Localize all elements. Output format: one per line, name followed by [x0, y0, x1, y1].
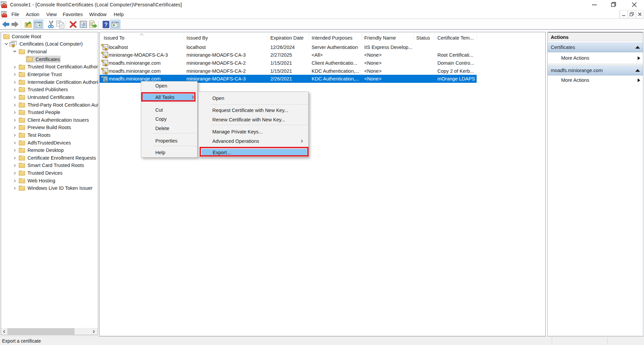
svg-text:?: ?	[104, 22, 108, 27]
